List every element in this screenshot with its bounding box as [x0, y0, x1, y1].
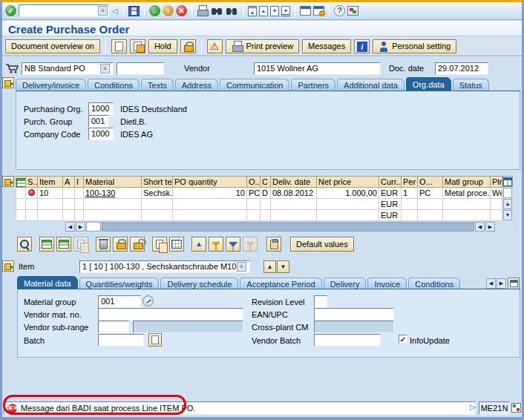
batch-field[interactable] [98, 334, 144, 347]
cell-net-price[interactable] [317, 210, 379, 221]
tab-material-data[interactable]: Material data [17, 276, 78, 289]
cell-order-unit[interactable] [247, 199, 261, 210]
tab-scroll-left-button[interactable]: ◀ [486, 278, 496, 289]
col-a[interactable]: A [63, 177, 75, 188]
cell-c[interactable]: D [261, 188, 271, 199]
batch-create-button[interactable] [148, 333, 162, 347]
add-item-button[interactable] [56, 237, 71, 252]
previous-page-icon[interactable]: ▲ [259, 6, 268, 16]
cell-opu[interactable]: PC [418, 188, 443, 199]
vertical-scroll-thumb[interactable] [503, 188, 512, 198]
item-selector-dropdown-icon[interactable] [237, 262, 246, 272]
cell-item[interactable]: 10 [38, 188, 63, 199]
info-update-checkbox[interactable] [399, 335, 407, 344]
doc-date-field[interactable]: 29.07.2012 [435, 62, 488, 75]
cell-i[interactable] [75, 188, 84, 199]
tab-communication[interactable]: Communication [220, 79, 289, 91]
col-material[interactable]: Material [84, 177, 142, 188]
cell-po-quantity[interactable]: 10 [173, 188, 247, 199]
hscroll-right-button[interactable]: ▶ [76, 222, 85, 232]
vendor-batch-field[interactable] [314, 334, 381, 347]
unlock-item-button[interactable] [130, 237, 145, 252]
session-status-icon[interactable] [511, 403, 521, 413]
transaction-code-box[interactable]: ME21N [479, 401, 510, 415]
cell-matl-group[interactable]: Metal proce... [443, 188, 491, 199]
sort-button[interactable] [191, 237, 206, 252]
customize-layout-icon[interactable] [347, 6, 358, 16]
row-select-cell[interactable] [16, 210, 26, 221]
cell-short-text[interactable] [142, 199, 173, 210]
next-item-button[interactable]: ▼ [277, 260, 289, 273]
cell-order-unit[interactable]: PC [247, 188, 261, 199]
cell-currency[interactable]: EUR [379, 199, 402, 210]
vendor-subrange-field[interactable] [98, 321, 129, 333]
create-shortcut-icon[interactable] [313, 6, 324, 16]
purchasing-org-field[interactable]: 1000 [88, 102, 114, 115]
cell-a[interactable] [63, 188, 75, 199]
cell-material[interactable] [84, 210, 142, 221]
row-status-cell[interactable] [26, 210, 38, 221]
cell-per[interactable]: 1 [402, 188, 418, 199]
col-pln[interactable]: Pln [491, 177, 502, 188]
cell-pln[interactable] [491, 199, 502, 210]
cell-opu[interactable] [418, 199, 443, 210]
material-group-field[interactable]: 001 [98, 295, 141, 308]
cell-po-quantity[interactable] [173, 199, 247, 210]
cell-deliv-date[interactable] [271, 210, 317, 221]
hscroll-left-button[interactable]: ◀ [65, 222, 75, 232]
tab-additional-data[interactable]: Additional data [337, 79, 405, 91]
duplicate-item-button[interactable] [152, 237, 167, 252]
table-settings-button[interactable] [502, 176, 513, 187]
cell-c[interactable] [261, 199, 271, 210]
cell-material-link[interactable]: 100-130 [84, 188, 142, 199]
command-history-icon[interactable] [98, 6, 108, 16]
tab-address[interactable]: Address [175, 79, 218, 91]
status-message-field[interactable]: ✕ Message dari BADI saat process Line IT… [4, 401, 476, 415]
personal-setting-button[interactable]: Personal setting [373, 39, 456, 53]
cell-currency[interactable]: EUR [379, 188, 402, 199]
vendor-mat-field[interactable] [98, 308, 243, 321]
cell-pln[interactable] [491, 210, 502, 221]
vendor-field[interactable]: 1015 Wollner AG [254, 62, 381, 75]
select-all-header[interactable] [16, 177, 26, 188]
matchcode-icon[interactable] [143, 295, 154, 306]
col-item[interactable]: Item [38, 177, 63, 188]
first-page-icon[interactable]: ▲ [248, 6, 257, 16]
cell-matl-group[interactable] [443, 199, 491, 210]
tab-acceptance-period[interactable]: Acceptance Period [240, 278, 321, 289]
row-select-cell[interactable] [16, 188, 26, 199]
copy-item-button[interactable] [39, 237, 54, 252]
col-status[interactable]: S... [26, 177, 38, 188]
order-type-combo[interactable]: NB Standard PO [22, 62, 114, 75]
po-number-field[interactable] [117, 62, 164, 75]
cell-item[interactable] [38, 210, 63, 221]
exit-icon[interactable]: ↑ [163, 5, 174, 16]
col-net-price[interactable]: Net price [317, 177, 379, 188]
col-deliv-date[interactable]: Deliv. date [271, 177, 317, 188]
cell-pln[interactable]: We [491, 188, 502, 199]
cell-per[interactable] [402, 199, 418, 210]
scroll-up-button[interactable]: ▲ [503, 199, 512, 209]
cell-short-text[interactable]: Sechsk... [142, 188, 173, 199]
cell-deliv-date[interactable] [271, 199, 317, 210]
messages-button[interactable]: Messages [302, 39, 351, 53]
save-icon[interactable] [128, 6, 140, 16]
cell-i[interactable] [75, 210, 84, 221]
tab-org-data[interactable]: Org.data [406, 77, 451, 91]
col-order-unit[interactable]: O... [247, 177, 261, 188]
company-code-field[interactable]: 1000 [88, 128, 114, 140]
hscroll-thumb[interactable] [86, 222, 101, 232]
cell-c[interactable] [261, 210, 271, 221]
settings-grid-button[interactable] [169, 237, 184, 252]
scroll-down-button[interactable]: ▼ [503, 210, 512, 220]
col-matl-group[interactable]: Matl group [443, 177, 491, 188]
hscroll-left-button-2[interactable]: ◀ [475, 222, 485, 232]
col-c[interactable]: C [261, 177, 271, 188]
col-opu[interactable]: O... [418, 177, 443, 188]
enter-icon[interactable]: ✓ [5, 5, 16, 16]
create-document-button[interactable] [111, 39, 127, 53]
default-values-button[interactable]: Default values [290, 237, 354, 252]
tab-conditions-item[interactable]: Conditions [408, 278, 460, 289]
tab-quantities-weights[interactable]: Quantities/weights [79, 278, 160, 289]
lock-item-button[interactable] [113, 237, 128, 252]
